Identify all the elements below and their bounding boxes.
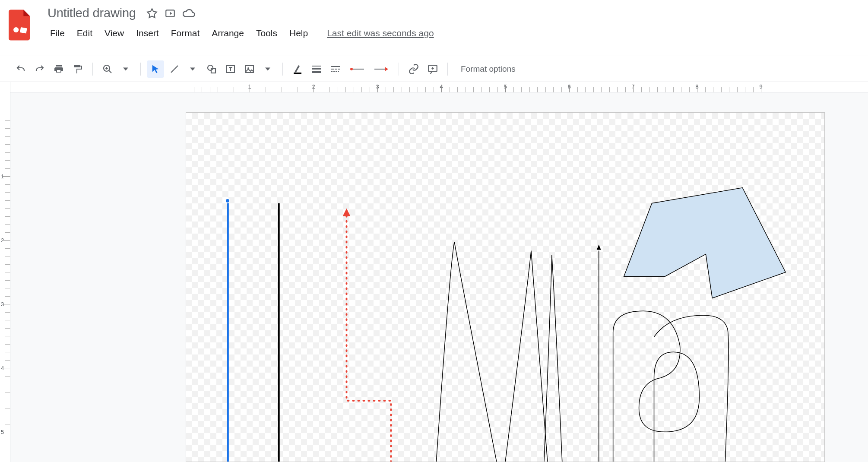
menu-help[interactable]: Help [283,25,314,41]
shape-tool-button[interactable] [203,60,220,78]
menu-view[interactable]: View [98,25,130,41]
svg-rect-7 [246,66,253,73]
toolbar-separator [92,63,93,76]
svg-point-0 [13,27,19,32]
menu-arrange[interactable]: Arrange [206,25,250,41]
svg-rect-13 [331,66,340,67]
line-tool-button[interactable] [166,60,183,78]
curve-2[interactable] [505,251,548,462]
svg-rect-10 [312,66,321,66]
svg-rect-14 [331,69,334,70]
line-dash-button[interactable] [327,60,344,78]
svg-rect-20 [338,71,339,72]
polygon-shape[interactable] [624,188,786,298]
header: Untitled drawing File Edit View Insert F… [0,0,868,56]
last-edit-link[interactable]: Last edit was seconds ago [327,28,434,38]
drawing-content [186,113,824,462]
elbow-arrow[interactable] [343,209,391,462]
workspace: 123456789 12345 [0,82,868,462]
svg-rect-16 [338,69,340,70]
cloud-saved-icon[interactable] [183,8,196,19]
vertical-ruler: 12345 [0,82,10,462]
star-icon[interactable] [146,8,158,19]
format-options-button[interactable]: Format options [454,64,523,74]
svg-rect-18 [333,71,335,72]
menu-tools[interactable]: Tools [250,25,283,41]
curve-3[interactable] [544,255,562,462]
selection-handle[interactable] [225,198,230,203]
line-tool-dropdown[interactable] [184,60,201,78]
move-icon[interactable] [165,8,176,19]
line-color-button[interactable] [289,60,306,78]
line-end-button[interactable] [370,60,393,78]
document-title[interactable]: Untitled drawing [44,4,139,22]
drawing-canvas[interactable] [186,112,825,462]
horizontal-ruler: 123456789 [0,82,868,92]
menu-edit[interactable]: Edit [71,25,98,41]
undo-button[interactable] [12,60,29,78]
redo-button[interactable] [31,60,48,78]
toolbar-separator [140,63,141,76]
image-tool-dropdown[interactable] [259,60,276,78]
svg-rect-19 [336,71,337,72]
svg-point-4 [208,65,213,70]
svg-rect-15 [335,69,337,70]
textbox-tool-button[interactable] [222,60,239,78]
toolbar-separator [447,63,448,76]
svg-rect-1 [20,27,27,34]
svg-rect-9 [294,73,301,74]
menu-insert[interactable]: Insert [130,25,165,41]
svg-rect-11 [312,68,321,70]
scribble-shape[interactable] [613,311,729,462]
svg-rect-12 [312,71,321,73]
app-logo[interactable] [9,9,32,41]
menu-format[interactable]: Format [165,25,206,41]
select-tool-button[interactable] [147,60,164,78]
zoom-button[interactable] [99,60,116,78]
svg-rect-22 [353,69,364,70]
toolbar: Format options [0,56,868,82]
menu-bar: File Edit View Insert Format Arrange Too… [44,25,434,41]
line-start-button[interactable] [346,60,368,78]
print-button[interactable] [50,60,67,78]
paint-format-button[interactable] [69,60,86,78]
image-tool-button[interactable] [241,60,258,78]
svg-rect-17 [331,71,333,72]
svg-rect-23 [374,69,385,70]
menu-file[interactable]: File [44,25,71,41]
toolbar-separator [282,63,283,76]
svg-point-21 [350,68,353,70]
toolbar-separator [399,63,399,76]
arrow-line[interactable] [597,245,601,462]
zoom-dropdown[interactable] [117,60,134,78]
title-row: Untitled drawing [44,4,434,22]
line-weight-button[interactable] [308,60,325,78]
curve-1[interactable] [436,242,497,462]
insert-comment-button[interactable] [424,60,441,78]
insert-link-button[interactable] [405,60,422,78]
